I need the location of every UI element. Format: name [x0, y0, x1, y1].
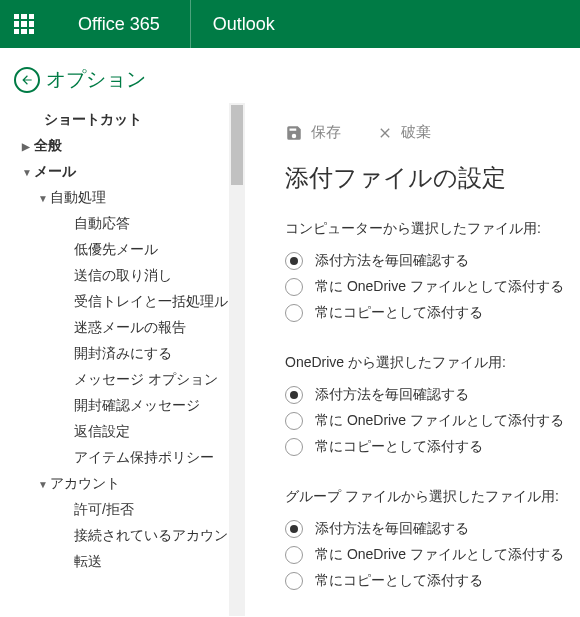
save-button[interactable]: 保存 [285, 123, 341, 142]
sidebar-item[interactable]: 開封済みにする [0, 341, 229, 367]
radio-option[interactable]: 常に OneDrive ファイルとして添付する [285, 542, 572, 568]
radio-label: 常に OneDrive ファイルとして添付する [315, 412, 564, 430]
radio-label: 常に OneDrive ファイルとして添付する [315, 278, 564, 296]
radio-icon [285, 412, 303, 430]
sidebar-item[interactable]: 自動応答 [0, 211, 229, 237]
radio-label: 常にコピーとして添付する [315, 572, 483, 590]
discard-label: 破棄 [401, 123, 431, 142]
sidebar-item-mail[interactable]: ▼メール [0, 159, 229, 185]
arrow-left-icon [20, 73, 34, 87]
content-area: ショートカット ▶全般 ▼メール ▼自動処理 自動応答低優先メール送信の取り消し… [0, 103, 580, 616]
radio-label: 添付方法を毎回確認する [315, 252, 469, 270]
group-label: コンピューターから選択したファイル用: [285, 220, 572, 238]
main-panel: 保存 破棄 添付ファイルの設定 コンピューターから選択したファイル用:添付方法を… [245, 103, 580, 616]
radio-label: 常にコピーとして添付する [315, 304, 483, 322]
sidebar-item-auto[interactable]: ▼自動処理 [0, 185, 229, 211]
radio-icon [285, 386, 303, 404]
waffle-icon [14, 14, 34, 34]
sidebar-scrollbar[interactable] [229, 103, 245, 616]
settings-tree: ショートカット ▶全般 ▼メール ▼自動処理 自動応答低優先メール送信の取り消し… [0, 103, 229, 616]
app-launcher-button[interactable] [0, 0, 48, 48]
sidebar-container: ショートカット ▶全般 ▼メール ▼自動処理 自動応答低優先メール送信の取り消し… [0, 103, 245, 616]
sidebar-item[interactable]: 低優先メール [0, 237, 229, 263]
caret-down-icon: ▼ [22, 167, 32, 178]
radio-option[interactable]: 常に OneDrive ファイルとして添付する [285, 408, 572, 434]
back-button[interactable] [14, 67, 40, 93]
caret-right-icon: ▶ [22, 141, 30, 152]
group-label: OneDrive から選択したファイル用: [285, 354, 572, 372]
save-label: 保存 [311, 123, 341, 142]
sidebar-item[interactable]: 開封確認メッセージ [0, 393, 229, 419]
sidebar-item-shortcut[interactable]: ショートカット [0, 107, 229, 133]
options-title: オプション [46, 66, 146, 93]
sidebar-item[interactable]: 返信設定 [0, 419, 229, 445]
radio-option[interactable]: 常に OneDrive ファイルとして添付する [285, 274, 572, 300]
toolbar: 保存 破棄 [285, 123, 572, 142]
close-icon [377, 125, 393, 141]
radio-label: 常にコピーとして添付する [315, 438, 483, 456]
discard-button[interactable]: 破棄 [377, 123, 431, 142]
options-bar: オプション [0, 48, 580, 103]
sidebar-item[interactable]: アイテム保持ポリシー [0, 445, 229, 471]
settings-group: OneDrive から選択したファイル用:添付方法を毎回確認する常に OneDr… [285, 354, 572, 460]
radio-option[interactable]: 添付方法を毎回確認する [285, 516, 572, 542]
save-icon [285, 124, 303, 142]
radio-option[interactable]: 添付方法を毎回確認する [285, 248, 572, 274]
sidebar-item-label: 自動処理 [50, 189, 106, 205]
radio-option[interactable]: 添付方法を毎回確認する [285, 382, 572, 408]
radio-icon [285, 252, 303, 270]
group-label: グループ ファイルから選択したファイル用: [285, 488, 572, 506]
sidebar-item[interactable]: 送信の取り消し [0, 263, 229, 289]
radio-label: 添付方法を毎回確認する [315, 520, 469, 538]
radio-option[interactable]: 常にコピーとして添付する [285, 300, 572, 326]
settings-group: グループ ファイルから選択したファイル用:添付方法を毎回確認する常に OneDr… [285, 488, 572, 594]
radio-icon [285, 278, 303, 296]
radio-icon [285, 546, 303, 564]
radio-label: 添付方法を毎回確認する [315, 386, 469, 404]
sidebar-item[interactable]: 接続されているアカウント [0, 523, 229, 549]
caret-down-icon: ▼ [38, 193, 48, 204]
sidebar-item-label: アカウント [50, 475, 120, 491]
radio-icon [285, 438, 303, 456]
sidebar-item-label: 全般 [34, 137, 62, 153]
brand-label[interactable]: Office 365 [48, 0, 191, 48]
radio-icon [285, 572, 303, 590]
sidebar-item-account[interactable]: ▼アカウント [0, 471, 229, 497]
caret-down-icon: ▼ [38, 479, 48, 490]
radio-label: 常に OneDrive ファイルとして添付する [315, 546, 564, 564]
sidebar-item-general[interactable]: ▶全般 [0, 133, 229, 159]
global-header: Office 365 Outlook [0, 0, 580, 48]
sidebar-item[interactable]: メッセージ オプション [0, 367, 229, 393]
sidebar-item[interactable]: 転送 [0, 549, 229, 575]
radio-option[interactable]: 常にコピーとして添付する [285, 434, 572, 460]
sidebar-item-label: メール [34, 163, 76, 179]
app-name-label: Outlook [191, 14, 297, 35]
sidebar-item[interactable]: 迷惑メールの報告 [0, 315, 229, 341]
radio-icon [285, 520, 303, 538]
scrollbar-thumb[interactable] [231, 105, 243, 185]
settings-group: コンピューターから選択したファイル用:添付方法を毎回確認する常に OneDriv… [285, 220, 572, 326]
sidebar-item[interactable]: 許可/拒否 [0, 497, 229, 523]
sidebar-item[interactable]: 受信トレイと一括処理ルール [0, 289, 229, 315]
radio-option[interactable]: 常にコピーとして添付する [285, 568, 572, 594]
radio-icon [285, 304, 303, 322]
page-title: 添付ファイルの設定 [285, 162, 572, 194]
